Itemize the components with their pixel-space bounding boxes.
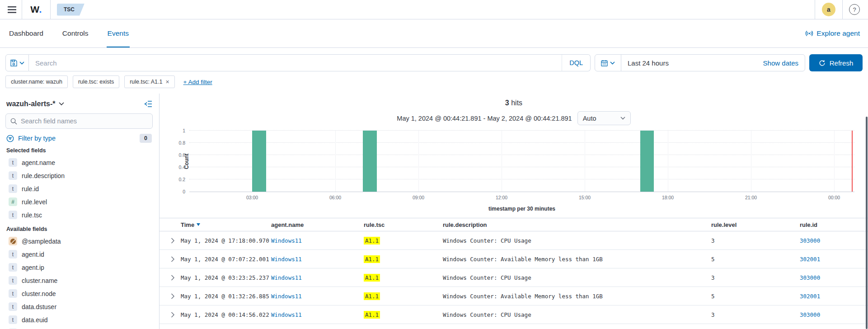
show-dates-link[interactable]: Show dates [763, 59, 805, 67]
time-range-label[interactable]: Last 24 hours [621, 59, 763, 67]
field-item[interactable]: tagent.id [5, 248, 153, 261]
expand-row-icon[interactable] [165, 312, 181, 318]
field-item[interactable]: tcluster.name [5, 274, 153, 287]
help-icon[interactable]: ? [849, 4, 860, 15]
cell-rule-tsc: A1.1 [364, 274, 443, 281]
field-item[interactable]: tagent.name [5, 156, 153, 169]
fields-sidebar: wazuh-alerts-* [0, 94, 160, 329]
field-name: agent.ip [22, 264, 44, 271]
cell-agent-name[interactable]: Windows11 [271, 237, 364, 244]
chevron-down-icon [620, 117, 625, 120]
field-item[interactable]: tdata.dstuser [5, 300, 153, 313]
avatar[interactable]: a [822, 3, 835, 16]
column-header-agent-name[interactable]: agent.name [271, 221, 364, 228]
filter-pill[interactable]: rule.tsc: exists [73, 75, 119, 88]
cell-agent-name[interactable]: Windows11 [271, 293, 364, 300]
cell-rule-id[interactable]: 303000 [800, 274, 868, 281]
expand-row-icon[interactable] [165, 238, 181, 244]
x-tick-label: 21:00 [745, 195, 757, 200]
cell-time: May 1, 2024 @ 01:32:26.885 [181, 293, 271, 300]
content: wazuh-alerts-* [0, 94, 868, 329]
filter-by-type-button[interactable]: Filter by type [6, 135, 56, 142]
cell-time: May 1, 2024 @ 07:07:22.001 [181, 256, 271, 263]
cell-agent-name[interactable]: Windows11 [271, 311, 364, 318]
tsc-app-tab[interactable]: TSC [57, 4, 84, 16]
selected-fields-heading: Selected fields [6, 147, 153, 154]
sort-desc-icon[interactable] [197, 223, 200, 226]
table-row[interactable]: May 1, 2024 @ 17:18:00.970Windows11A1.1W… [160, 231, 868, 250]
table-row[interactable]: May 1, 2024 @ 03:23:25.237Windows11A1.1W… [160, 268, 868, 287]
explore-agent-label: Explore agent [816, 29, 860, 38]
query-language-button[interactable]: DQL [562, 55, 590, 71]
interval-select[interactable]: Auto [577, 111, 631, 125]
cell-rule-id[interactable]: 303000 [800, 311, 868, 318]
column-header-rule-tsc[interactable]: rule.tsc [364, 221, 443, 228]
column-header-time[interactable]: Time [181, 221, 271, 228]
table-row[interactable]: May 1, 2024 @ 00:14:56.022Windows11A1.1W… [160, 306, 868, 324]
histogram-chart[interactable]: Count 00.20.40.60.8103:0006:0009:0012:00… [160, 129, 868, 203]
wazuh-logo[interactable]: W. [22, 4, 50, 15]
column-header-rule-level[interactable]: rule.level [711, 221, 800, 228]
filter-by-type-label: Filter by type [18, 135, 56, 142]
histogram-bar[interactable] [363, 131, 377, 192]
interval-value: Auto [583, 115, 596, 122]
cell-agent-name[interactable]: Windows11 [271, 274, 364, 281]
x-tick-label: 18:00 [662, 195, 674, 200]
tab-controls[interactable]: Controls [61, 19, 89, 47]
available-fields-heading: Available fields [6, 226, 153, 232]
refresh-icon [819, 60, 826, 66]
histogram-bar[interactable] [252, 131, 266, 192]
cell-rule-tsc: A1.1 [364, 237, 443, 244]
refresh-button[interactable]: Refresh [809, 54, 863, 71]
results-panel: 3 hits May 1, 2024 @ 00:44:21.891 - May … [160, 94, 868, 329]
search-input[interactable] [29, 55, 562, 71]
field-item[interactable]: @sampledata [5, 235, 153, 248]
field-item[interactable]: tdata.srcip [5, 326, 153, 329]
explore-agent-link[interactable]: Explore agent [805, 29, 860, 38]
cell-rule-id[interactable]: 302001 [800, 293, 868, 300]
filter-pill[interactable]: rule.tsc: A1.1× [124, 75, 174, 88]
expand-row-icon[interactable] [165, 293, 181, 299]
cell-rule-id[interactable]: 302001 [800, 256, 868, 263]
hamburger-icon [8, 6, 16, 13]
add-filter-link[interactable]: + Add filter [183, 79, 212, 85]
saved-queries-button[interactable] [5, 54, 29, 71]
field-item[interactable]: trule.tsc [5, 208, 153, 221]
table-row[interactable]: May 1, 2024 @ 07:07:22.001Windows11A1.1W… [160, 250, 868, 268]
field-search-input[interactable] [21, 118, 148, 125]
save-query-icon [10, 60, 17, 66]
cell-rule-id[interactable]: 303000 [800, 237, 868, 244]
tab-events[interactable]: Events [107, 19, 130, 47]
field-name: @sampledata [22, 238, 61, 245]
histogram-plot-area[interactable]: Count 00.20.40.60.8103:0006:0009:0012:00… [189, 131, 854, 192]
scrollbar-thumb[interactable] [866, 117, 868, 329]
quick-select-button[interactable] [595, 55, 621, 71]
expand-row-icon[interactable] [165, 256, 181, 262]
field-type-string-icon: t [9, 211, 17, 219]
remove-filter-icon[interactable]: × [165, 80, 169, 84]
tab-dashboard[interactable]: Dashboard [8, 19, 44, 47]
table-row[interactable]: May 1, 2024 @ 01:32:26.885Windows11A1.1W… [160, 287, 868, 306]
column-header-rule-description[interactable]: rule.description [443, 221, 711, 228]
field-item[interactable]: tdata.euid [5, 313, 153, 326]
histogram-bar[interactable] [640, 131, 654, 192]
field-item[interactable]: #rule.level [5, 195, 153, 208]
cell-rule-description: Windows Counter: CPU Usage [443, 237, 711, 244]
x-tick-label: 00:00 [828, 195, 840, 200]
expand-row-icon[interactable] [165, 275, 181, 281]
index-pattern-selector[interactable]: wazuh-alerts-* [6, 100, 64, 108]
field-item[interactable]: tcluster.node [5, 287, 153, 300]
cell-rule-description: Windows Counter: CPU Usage [443, 274, 711, 281]
collapse-sidebar-icon[interactable] [144, 101, 152, 107]
cell-agent-name[interactable]: Windows11 [271, 256, 364, 263]
filter-pill[interactable]: cluster.name: wazuh [5, 75, 68, 88]
column-header-rule-id[interactable]: rule.id [800, 221, 868, 228]
date-picker: Last 24 hours Show dates [595, 54, 805, 71]
menu-button[interactable] [2, 0, 22, 19]
field-item[interactable]: tagent.ip [5, 261, 153, 274]
field-item[interactable]: trule.id [5, 182, 153, 195]
divider [842, 0, 843, 19]
field-name: agent.name [22, 159, 55, 166]
field-item[interactable]: trule.description [5, 169, 153, 182]
cell-time: May 1, 2024 @ 00:14:56.022 [181, 311, 271, 318]
